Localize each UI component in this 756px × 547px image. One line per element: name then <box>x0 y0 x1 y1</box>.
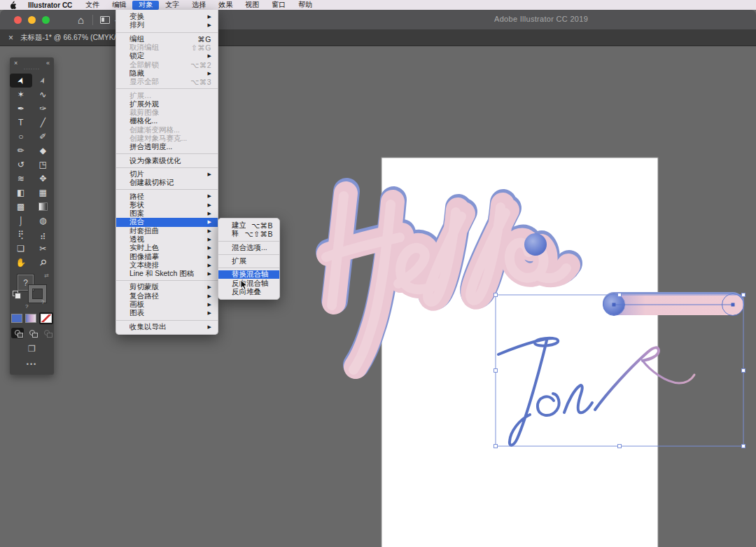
menu-item-lock[interactable]: 锁定▶ <box>116 52 218 60</box>
symbol-sprayer-tool[interactable]: ⢟ <box>10 228 32 242</box>
default-fill-stroke-icon[interactable] <box>13 291 18 296</box>
menu-item-transform[interactable]: 变换▶ <box>116 13 218 21</box>
selection-tool[interactable]: ➤ <box>10 74 32 88</box>
blend-endpoint-sphere[interactable] <box>524 233 547 256</box>
blend-spine-tube[interactable] <box>603 294 744 316</box>
menu-item-ungroup[interactable]: 取消编组⇧⌘G <box>116 43 218 52</box>
menu-item-pixel-perfect[interactable]: 设为像素级优化 <box>116 156 218 165</box>
slice-tool[interactable]: ✂ <box>32 242 55 256</box>
menu-item-line-sketch[interactable]: Line 和 Sketch 图稿▶ <box>116 270 218 278</box>
menu-item-live-paint[interactable]: 实时上色▶ <box>116 244 218 252</box>
menu-item-collect-for-export[interactable]: 收集以导出▶ <box>116 323 218 331</box>
apple-icon[interactable] <box>9 1 17 9</box>
menu-item-hide[interactable]: 隐藏▶ <box>116 69 218 78</box>
width-tool[interactable]: ≋ <box>10 172 32 186</box>
draw-behind-mode[interactable] <box>26 328 38 338</box>
arrange-documents-icon[interactable] <box>100 16 110 24</box>
screen-mode-button[interactable]: ❐ <box>10 344 54 354</box>
submenu-item-blend-options[interactable]: 混合选项... <box>218 244 279 252</box>
menubar-item-effect[interactable]: 效果 <box>212 1 239 10</box>
gradient-tool[interactable] <box>32 200 55 214</box>
menu-item-graph[interactable]: 图表▶ <box>116 309 218 317</box>
menu-item-unlock-all[interactable]: 全部解锁⌥⌘2 <box>116 60 218 69</box>
pencil-tool[interactable]: ✏ <box>10 144 32 158</box>
edit-toolbar-button[interactable]: ••• <box>10 361 54 368</box>
submenu-item-make[interactable]: 建立⌥⌘B <box>218 221 279 230</box>
menu-item-artboards[interactable]: 画板▶ <box>116 300 218 309</box>
ellipse-tool[interactable]: ○ <box>10 130 32 144</box>
menu-item-text-wrap[interactable]: 文本绕排▶ <box>116 261 218 270</box>
pen-tool[interactable]: ✒ <box>10 102 32 116</box>
artboard[interactable] <box>382 158 658 547</box>
eraser-tool[interactable]: ◆ <box>32 144 55 158</box>
direct-selection-tool[interactable]: ➢ <box>32 74 55 88</box>
mesh-tool[interactable]: ▩ <box>10 200 32 214</box>
menu-item-image-trace[interactable]: 图像描摹▶ <box>116 252 218 261</box>
menu-item-expand[interactable]: 扩展… <box>116 91 218 99</box>
close-window-button[interactable] <box>14 16 22 24</box>
menu-item-rasterize[interactable]: 栅格化... <box>116 117 218 125</box>
hand-tool[interactable]: ✋ <box>10 256 32 270</box>
panel-close-icon[interactable]: × <box>14 60 18 67</box>
line-segment-tool[interactable]: ╱ <box>32 116 55 130</box>
submenu-item-reverse-spine[interactable]: 反向混合轴 <box>218 279 279 287</box>
menu-item-arrange[interactable]: 排列▶ <box>116 21 218 29</box>
color-button[interactable] <box>11 314 22 323</box>
panel-collapse-icon[interactable]: « <box>46 60 50 67</box>
menubar-item-select[interactable]: 选择 <box>186 1 212 10</box>
tab-close-icon[interactable]: × <box>8 33 13 43</box>
menu-item-flatten-transparency[interactable]: 拼合透明度... <box>116 143 218 151</box>
perspective-grid-tool[interactable]: ▦ <box>32 186 55 200</box>
rotate-tool[interactable]: ↺ <box>10 158 32 172</box>
menu-item-expand-appearance[interactable]: 扩展外观 <box>116 100 218 109</box>
home-icon[interactable]: ⌂ <box>78 15 84 25</box>
menu-item-crop-marks[interactable]: 创建裁切标记 <box>116 179 218 187</box>
menu-item-gradient-mesh[interactable]: 创建渐变网格... <box>116 126 218 134</box>
menubar-item-type[interactable]: 文字 <box>159 1 186 10</box>
menu-item-show-all[interactable]: 显示全部⌥⌘3 <box>116 78 218 86</box>
menu-item-blend[interactable]: 混合▶ <box>116 218 218 226</box>
submenu-item-reverse-front-to-back[interactable]: 反向堆叠 <box>218 288 279 296</box>
swap-fill-stroke-icon[interactable]: ⇄ <box>44 272 49 279</box>
submenu-item-expand[interactable]: 扩展 <box>218 257 279 265</box>
menu-item-slice[interactable]: 切片▶ <box>116 170 218 179</box>
menu-item-shape[interactable]: 形状▶ <box>116 201 218 209</box>
paintbrush-tool[interactable]: ✐ <box>32 130 55 144</box>
curvature-tool[interactable]: ✑ <box>32 102 55 116</box>
menubar-item-edit[interactable]: 编辑 <box>106 1 132 10</box>
submenu-item-replace-spine[interactable]: 替换混合轴 <box>218 270 279 279</box>
menubar-item-file[interactable]: 文件 <box>79 1 106 10</box>
minimize-window-button[interactable] <box>28 16 36 24</box>
menu-item-object-mosaic[interactable]: 创建对象马赛克... <box>116 134 218 143</box>
submenu-item-release[interactable]: 释放⌥⇧⌘B <box>218 230 279 238</box>
magic-wand-tool[interactable]: ✶ <box>10 88 32 102</box>
panel-grip-handle[interactable]: ······· <box>10 67 54 74</box>
menu-item-clipping-mask[interactable]: 剪切蒙版▶ <box>116 283 218 291</box>
menubar-item-window[interactable]: 窗口 <box>265 1 292 10</box>
zoom-tool[interactable]: ⚲ <box>32 256 55 270</box>
menu-item-envelope-distort[interactable]: 封套扭曲▶ <box>116 227 218 235</box>
type-tool[interactable]: T <box>10 116 32 130</box>
menubar-item-object[interactable]: 对象 <box>132 1 159 10</box>
menu-item-pattern[interactable]: 图案▶ <box>116 209 218 218</box>
none-button[interactable] <box>41 314 52 323</box>
lasso-tool[interactable]: ∿ <box>32 88 55 102</box>
menu-item-perspective[interactable]: 透视▶ <box>116 235 218 244</box>
blend-tool[interactable]: ◍ <box>32 214 55 228</box>
menu-item-path[interactable]: 路径▶ <box>116 192 218 200</box>
artboard-tool[interactable]: ❏ <box>10 242 32 256</box>
menubar-item-help[interactable]: 帮助 <box>292 1 318 10</box>
gradient-button[interactable] <box>25 314 36 323</box>
free-transform-tool[interactable]: ✥ <box>32 172 55 186</box>
column-graph-tool[interactable]: ⣴ <box>32 228 55 242</box>
menu-item-group[interactable]: 编组⌘G <box>116 35 218 43</box>
menubar-item-view[interactable]: 视图 <box>239 1 265 10</box>
zoom-window-button[interactable] <box>42 16 50 24</box>
scale-tool[interactable]: ◳ <box>32 158 55 172</box>
eyedropper-tool[interactable]: ⌡ <box>10 214 32 228</box>
menubar-app-name[interactable]: Illustrator CC <box>24 1 79 9</box>
menu-item-compound-path[interactable]: 复合路径▶ <box>116 292 218 300</box>
menu-item-crop-image[interactable]: 裁剪图像 <box>116 109 218 117</box>
canvas[interactable] <box>0 0 756 547</box>
draw-normal-mode[interactable] <box>11 328 24 338</box>
